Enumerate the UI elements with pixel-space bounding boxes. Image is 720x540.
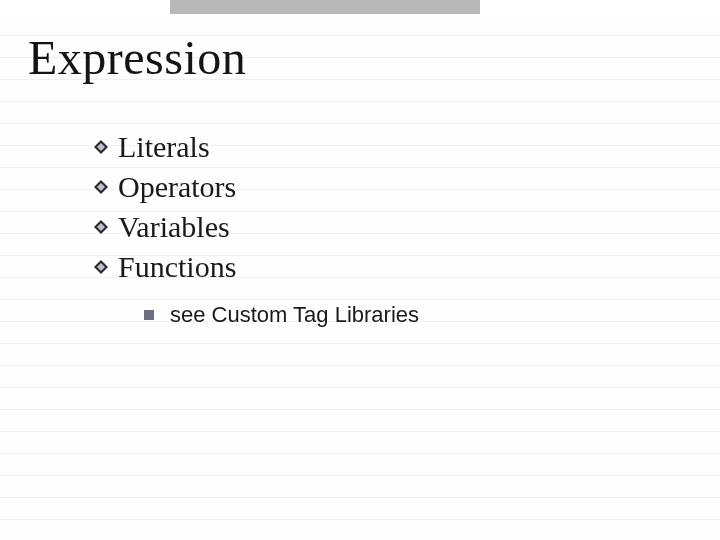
list-item-label: Literals bbox=[118, 130, 210, 164]
list-item: Variables bbox=[94, 210, 419, 244]
list-item-label: Functions bbox=[118, 250, 236, 284]
square-bullet-icon bbox=[144, 310, 154, 320]
list-item: Literals bbox=[94, 130, 419, 164]
diamond-bullet-icon bbox=[94, 260, 108, 274]
diamond-bullet-icon bbox=[94, 220, 108, 234]
diamond-bullet-icon bbox=[94, 140, 108, 154]
list-item-label: Variables bbox=[118, 210, 230, 244]
list-item: Operators bbox=[94, 170, 419, 204]
diamond-bullet-icon bbox=[94, 180, 108, 194]
sub-list-item: see Custom Tag Libraries bbox=[144, 302, 419, 328]
slide: Expression Literals Operators Variables bbox=[0, 0, 720, 540]
slide-body: Literals Operators Variables Functions bbox=[94, 130, 419, 328]
list-item-label: Operators bbox=[118, 170, 236, 204]
slide-title: Expression bbox=[28, 30, 246, 85]
top-bar-decoration bbox=[170, 0, 480, 14]
sub-list-item-label: see Custom Tag Libraries bbox=[170, 302, 419, 328]
list-item: Functions bbox=[94, 250, 419, 284]
